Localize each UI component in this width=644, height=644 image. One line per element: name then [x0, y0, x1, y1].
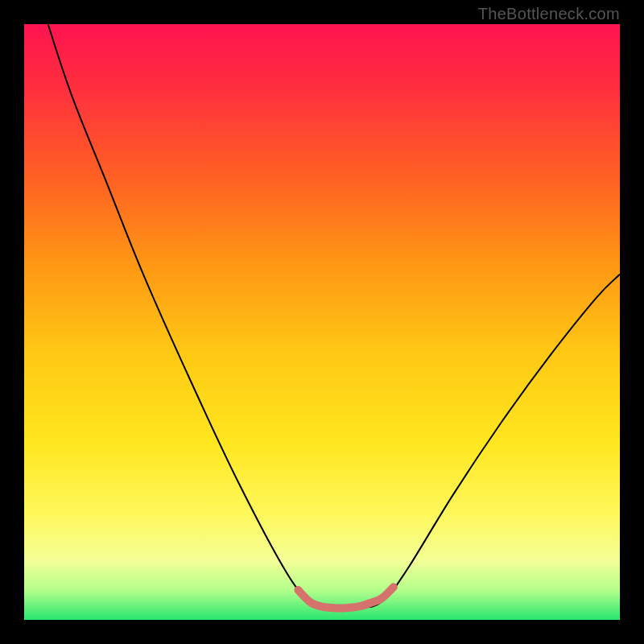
- optimal-zone-highlight: [298, 587, 393, 608]
- curve-overlay: [24, 24, 620, 620]
- watermark-text: TheBottleneck.com: [478, 5, 620, 23]
- chart-container: TheBottleneck.com: [0, 0, 644, 644]
- plot-area: [24, 24, 620, 620]
- bottleneck-curve: [48, 24, 620, 609]
